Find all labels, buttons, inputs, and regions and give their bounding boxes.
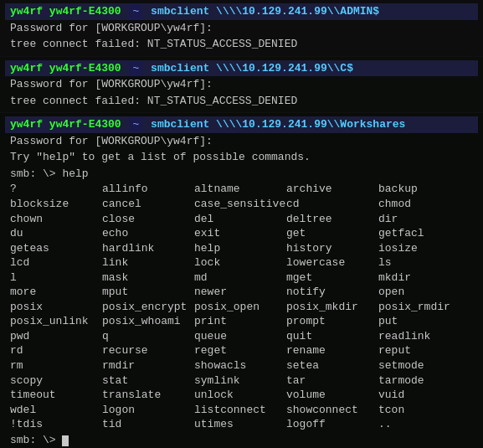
- list-item: wdel: [10, 403, 102, 418]
- list-item: put: [378, 314, 470, 329]
- output-3-0: Password for [WORKGROUP\yw4rf]:: [5, 133, 478, 150]
- list-item: deltree: [286, 212, 378, 227]
- table-row: moremputnewernotifyopen: [10, 285, 473, 300]
- list-item: altname: [194, 182, 286, 197]
- prompt-host-2: yw4rf-E4300: [49, 61, 121, 76]
- list-item: showconnect: [286, 403, 378, 418]
- list-item: posix_encrypt: [102, 300, 194, 315]
- list-item: rmdir: [102, 358, 194, 373]
- table-row: posix_unlinkposix_whoamiprintpromptput: [10, 314, 473, 329]
- list-item: posix_unlink: [10, 314, 102, 329]
- prompt-line-1: yw4rf yw4rf-E4300 ~ smbclient \\\\10.129…: [5, 3, 478, 20]
- list-item: !tdis: [10, 417, 102, 432]
- list-item: dir: [378, 212, 470, 227]
- list-item: hardlink: [102, 241, 194, 256]
- prompt-user-3: yw4rf: [10, 117, 43, 132]
- list-item: allinfo: [102, 182, 194, 197]
- list-item: unlock: [194, 388, 286, 403]
- table-row: wdellogonlistconnectshowconnecttcon: [10, 403, 473, 418]
- table-row: duechoexitgetgetfacl: [10, 226, 473, 241]
- list-item: mput: [102, 285, 194, 300]
- prompt-sep-1: [43, 4, 49, 19]
- list-item: recurse: [102, 343, 194, 358]
- list-item: getfacl: [378, 226, 470, 241]
- prompt-tilde-3: ~: [129, 117, 142, 132]
- list-item: posix_open: [194, 300, 286, 315]
- block-2: yw4rf yw4rf-E4300 ~ smbclient \\\\10.129…: [0, 57, 483, 114]
- list-item: chmod: [378, 197, 470, 212]
- output-2-0: Password for [WORKGROUP\yw4rf]:: [5, 76, 478, 93]
- list-item: newer: [194, 285, 286, 300]
- list-item: ls: [378, 255, 470, 270]
- list-item: queue: [194, 329, 286, 344]
- list-item: logoff: [286, 417, 378, 432]
- list-item: scopy: [10, 373, 102, 389]
- list-item: pwd: [10, 329, 102, 344]
- table-row: lmaskmdmgetmkdir: [10, 270, 473, 286]
- prompt-sep-2: [43, 61, 49, 76]
- prompt-user-1: yw4rf: [10, 4, 43, 19]
- list-item: history: [286, 241, 378, 256]
- list-item: tarmode: [378, 373, 470, 389]
- list-item: utimes: [194, 417, 286, 432]
- list-item: volume: [286, 388, 378, 403]
- list-item: archive: [286, 182, 378, 197]
- list-item: tar: [286, 373, 378, 389]
- table-row: scopystatsymlinktartarmode: [10, 373, 473, 389]
- prompt-host-1: yw4rf-E4300: [49, 4, 121, 19]
- list-item: listconnect: [194, 403, 286, 418]
- list-item: del: [194, 212, 286, 227]
- table-row: rmrmdirshowaclsseteasetmode: [10, 358, 473, 373]
- list-item: tcon: [378, 403, 470, 418]
- list-item: posix_whoami: [102, 314, 194, 329]
- list-item: reput: [378, 343, 470, 358]
- list-item: echo: [102, 226, 194, 241]
- table-row: !tdistidutimeslogoff..: [10, 417, 473, 432]
- table-row: pwdqqueuequitreadlink: [10, 329, 473, 344]
- prompt-sep-1b: [121, 4, 128, 19]
- list-item: symlink: [194, 373, 286, 389]
- list-item: case_sensitive: [194, 197, 286, 212]
- list-item: rename: [286, 343, 378, 358]
- prompt-sep-3: [43, 117, 49, 132]
- output-1-0: Password for [WORKGROUP\yw4rf]:: [5, 20, 478, 37]
- list-item: quit: [286, 329, 378, 344]
- list-item: rm: [10, 358, 102, 373]
- list-item: lowercase: [286, 255, 378, 270]
- list-item: stat: [102, 373, 194, 389]
- table-row: posixposix_encryptposix_openposix_mkdirp…: [10, 300, 473, 315]
- help-table: ?allinfoaltnamearchivebackupblocksizecan…: [5, 182, 478, 431]
- prompt-tilde-2: ~: [129, 61, 142, 76]
- output-1-1: tree connect failed: NT_STATUS_ACCESS_DE…: [5, 36, 478, 53]
- final-prompt[interactable]: smb: \>: [5, 432, 478, 448]
- cursor: [62, 435, 69, 446]
- list-item: setea: [286, 358, 378, 373]
- list-item: lock: [194, 255, 286, 270]
- list-item: ?: [10, 182, 102, 197]
- prompt-tilde-1: ~: [129, 4, 142, 19]
- list-item: showacls: [194, 358, 286, 373]
- prompt-sep-1c: [144, 4, 151, 19]
- table-row: chownclosedeldeltreedir: [10, 212, 473, 227]
- list-item: readlink: [378, 329, 470, 344]
- list-item: geteas: [10, 241, 102, 256]
- prompt-sep-3c: [144, 117, 151, 132]
- list-item: exit: [194, 226, 286, 241]
- list-item: chown: [10, 212, 102, 227]
- table-row: lcdlinklocklowercasels: [10, 255, 473, 270]
- table-row: rdrecurseregetrenamereput: [10, 343, 473, 358]
- block-1: yw4rf yw4rf-E4300 ~ smbclient \\\\10.129…: [0, 0, 483, 57]
- list-item: md: [194, 270, 286, 286]
- list-item: rd: [10, 343, 102, 358]
- prompt-line-3: yw4rf yw4rf-E4300 ~ smbclient \\\\10.129…: [5, 116, 478, 133]
- list-item: q: [102, 329, 194, 344]
- list-item: link: [102, 255, 194, 270]
- output-3-2: smb: \> help: [5, 166, 478, 183]
- list-item: logon: [102, 403, 194, 418]
- list-item: close: [102, 212, 194, 227]
- prompt-cmd-1: smbclient \\\\10.129.241.99\\ADMIN$: [151, 4, 379, 19]
- list-item: mget: [286, 270, 378, 286]
- terminal: yw4rf yw4rf-E4300 ~ smbclient \\\\10.129…: [0, 0, 483, 448]
- output-3-1: Try "help" to get a list of possible com…: [5, 149, 478, 166]
- list-item: get: [286, 226, 378, 241]
